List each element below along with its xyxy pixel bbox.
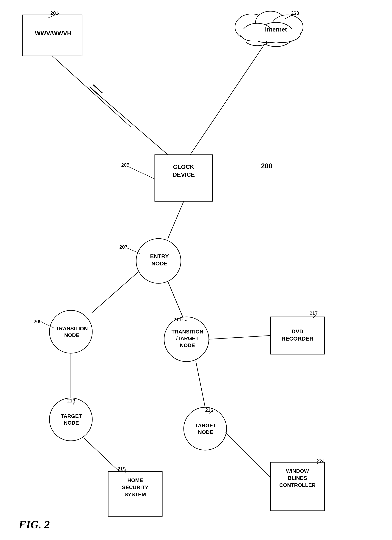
figure-label: FIG. 2: [19, 518, 50, 531]
ref-209: 209: [34, 319, 42, 325]
diagram-svg: [0, 0, 392, 540]
svg-line-20: [190, 41, 267, 155]
entry-node-label: ENTRYNODE: [145, 253, 174, 267]
svg-line-26: [196, 361, 205, 407]
target-node-1-label: TARGETNODE: [56, 413, 87, 426]
window-blinds-label: WINDOWBLINDSCONTROLLER: [271, 467, 324, 489]
svg-line-23: [168, 281, 183, 317]
ref-203: 203: [291, 10, 299, 16]
svg-line-19: [99, 95, 168, 155]
svg-line-24: [209, 335, 270, 339]
svg-line-18: [93, 85, 103, 93]
svg-line-21: [168, 201, 184, 239]
ref-213: 213: [67, 398, 75, 404]
dvd-recorder-label: DVDRECORDER: [272, 328, 323, 342]
ref-205: 205: [121, 162, 129, 168]
svg-line-22: [91, 272, 138, 313]
ref-211: 211: [173, 317, 181, 323]
diagram-number: 200: [261, 162, 272, 170]
svg-line-28: [226, 432, 270, 477]
internet-label: Internet: [257, 26, 295, 33]
svg-line-16: [52, 56, 131, 127]
wwv-label: WWV/WWVH: [24, 30, 82, 37]
ref-217: 217: [310, 310, 318, 316]
diagram-container: WWV/WWVH 201 Internet 203 CLOCKDEVICE 20…: [0, 0, 392, 540]
home-security-label: HOMESECURITYSYSTEM: [110, 477, 160, 498]
transition-node-label: TRANSITIONNODE: [54, 325, 90, 339]
ref-207: 207: [119, 244, 127, 250]
ref-201: 201: [50, 10, 58, 16]
svg-line-27: [84, 438, 119, 472]
ref-221: 221: [317, 458, 325, 463]
transition-target-label: TRANSITION/TARGETNODE: [170, 328, 205, 349]
ref-215: 215: [205, 407, 213, 413]
ref-219: 219: [117, 466, 126, 472]
target-node-2-label: TARGETNODE: [190, 422, 221, 436]
clock-device-label: CLOCKDEVICE: [157, 163, 211, 179]
